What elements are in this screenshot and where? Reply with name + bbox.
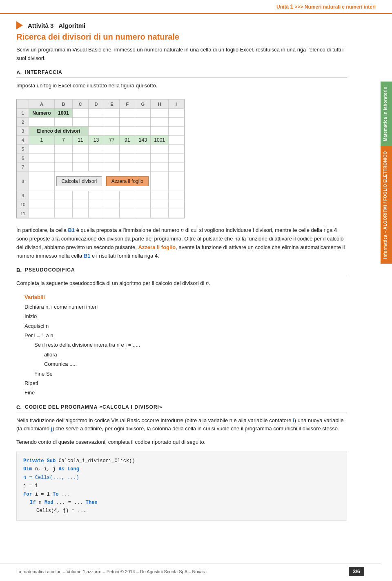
btn-azzera[interactable]: Azzera il foglio <box>106 176 149 186</box>
code-dim-vars: n, i, j <box>32 466 59 472</box>
cell-f6 <box>120 154 135 163</box>
var-i: i <box>293 417 294 423</box>
section-c-text: Nella traduzione dell'algoritmo in codic… <box>16 416 347 434</box>
cell-g1 <box>135 109 151 118</box>
col-header-a: A <box>29 100 54 109</box>
cell-d3 <box>88 127 104 136</box>
cell-e10 <box>104 200 120 209</box>
pseudo-line-3: Acquisci n <box>24 321 347 331</box>
cell-c9 <box>73 191 89 200</box>
col-header-d: D <box>88 100 104 109</box>
row-num-1: 1 <box>17 109 29 118</box>
code-block: Private Sub Calcola_i_divisori_Click() D… <box>16 452 347 521</box>
cell-a11 <box>29 209 54 218</box>
activity-type: Algoritmi <box>58 22 85 29</box>
var-j: j <box>51 425 53 432</box>
cell-d5 <box>88 145 104 154</box>
cell-g10 <box>135 200 151 209</box>
excel-table: A B C D E F G H I 1 Numero 1001 <box>17 99 184 218</box>
cell-c11 <box>73 209 89 218</box>
cell-c2 <box>73 118 89 127</box>
pseudo-line-6: allora <box>24 350 347 359</box>
cell-c1 <box>73 109 89 118</box>
cell-e7 <box>104 163 120 171</box>
section-c-letter: C. <box>16 404 22 410</box>
cell-f5 <box>120 145 135 154</box>
cell-a9 <box>29 191 54 200</box>
code-if-cond: n <box>36 500 45 505</box>
keyword-mod: Mod <box>45 500 53 505</box>
col-header-h: H <box>151 100 169 109</box>
activity-label: Attività 3 <box>28 22 53 29</box>
excel-row-7: 7 <box>17 163 184 171</box>
keyword-as: As Long <box>58 466 79 472</box>
section-c-text2: Tenendo conto di queste osservazioni, co… <box>16 438 347 447</box>
row-num-11: 11 <box>17 209 29 218</box>
cell-i2 <box>169 118 184 127</box>
row-num-10: 10 <box>17 200 29 209</box>
cell-h8 <box>151 171 169 191</box>
pseudo-line-9: Ripeti <box>24 378 347 388</box>
cell-b11 <box>54 209 72 218</box>
cell-i11 <box>169 209 184 218</box>
section-a-title: INTERFACCIA <box>25 69 62 75</box>
right-tabs: Matematica in laboratorio Informatica – … <box>381 82 392 264</box>
cell-f2 <box>120 118 135 127</box>
section-c-title: CODICE DEL PROGRAMMA «CALCOLA I DIVISORI… <box>25 404 163 410</box>
cell-f1 <box>120 109 135 118</box>
section-a-header: A. INTERFACCIA <box>16 69 347 78</box>
excel-table-wrapper: A B C D E F G H I 1 Numero 1001 <box>16 99 185 218</box>
pseudo-line-1: Dichiara n, i come numeri interi <box>24 302 347 312</box>
cell-f7 <box>120 163 135 171</box>
cell-b7 <box>54 163 72 171</box>
section-b-title: PSEUDOCODIFICA <box>25 267 75 273</box>
code-line-6: If n Mod ... = ... Then <box>23 499 340 507</box>
keyword-for: For <box>23 492 32 497</box>
cell-e6 <box>104 154 120 163</box>
excel-row-1: 1 Numero 1001 <box>17 109 184 118</box>
section-b-header: B. PSEUDOCODIFICA <box>16 267 347 275</box>
cell-b2 <box>54 118 72 127</box>
cell-i6 <box>169 154 184 163</box>
section-b-intro: Completa la seguente pseudocodifica di u… <box>16 279 347 288</box>
cell-i9 <box>169 191 184 200</box>
cell-a5 <box>29 145 54 154</box>
cell-d10 <box>88 200 104 209</box>
cell-g2 <box>135 118 151 127</box>
row-num-7: 7 <box>17 163 29 171</box>
pseudo-line-4: Per i = 1 a n <box>24 331 347 340</box>
code-for-end: ... <box>58 492 70 497</box>
cell-f3 <box>120 127 135 136</box>
cell-g3 <box>135 127 151 136</box>
col-header-b: B <box>54 100 72 109</box>
cell-h10 <box>151 200 169 209</box>
btn-calcola-container: Calcola i divisori <box>56 176 102 186</box>
cell-d2 <box>88 118 104 127</box>
section-a-letter: A. <box>16 69 22 76</box>
row-num-8: 8 <box>17 171 29 191</box>
cell-g9 <box>135 191 151 200</box>
top-header: Unità 1 >>> Numeri naturali e numeri int… <box>0 0 392 14</box>
btn-calcola[interactable]: Calcola i divisori <box>56 176 102 186</box>
footer-page: 3/6 <box>349 567 364 576</box>
section-a-intro: Imposta un foglio Excel come illustrato … <box>16 82 347 90</box>
unit-number: 1 <box>290 3 293 10</box>
tab-matematica: Matematica in laboratorio <box>381 82 392 146</box>
highlight-b1: B1 <box>68 227 75 233</box>
cell-b1: 1001 <box>54 109 72 118</box>
keyword-dim: Dim <box>23 466 32 472</box>
col-header-i: I <box>169 100 184 109</box>
pseudo-line-7: Comunica ..... <box>24 359 347 369</box>
cell-d4: 13 <box>88 136 104 145</box>
cell-h9 <box>151 191 169 200</box>
pseudo-line-5: Se il resto della divisione intera tra n… <box>24 340 347 349</box>
cell-b4: 7 <box>54 136 72 145</box>
cell-a4: 1 <box>29 136 54 145</box>
cell-i7 <box>169 163 184 171</box>
cell-f4: 91 <box>120 136 135 145</box>
cell-h11 <box>151 209 169 218</box>
highlight-b1-2: B1 <box>84 253 91 259</box>
excel-row-3: 3 Elenco dei divisori <box>17 127 184 136</box>
cell-c5 <box>73 145 89 154</box>
cell-b6 <box>54 154 72 163</box>
